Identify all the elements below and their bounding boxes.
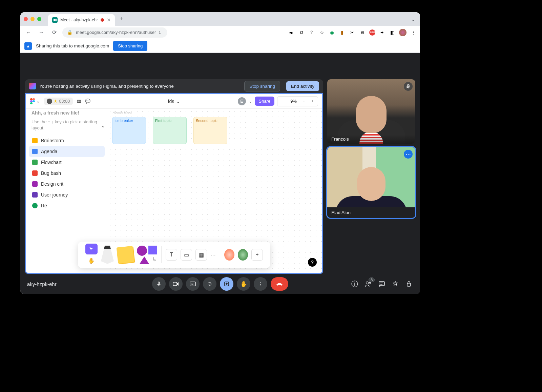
svg-rect-7 — [173, 282, 177, 286]
zoom-value[interactable]: 9% — [288, 99, 299, 104]
reactions-button[interactable]: ☺ — [203, 277, 216, 291]
text-tool[interactable]: T — [166, 249, 177, 261]
stop-sharing-button[interactable]: Stop sharing — [113, 41, 147, 51]
layout-grid-button[interactable]: ▦ — [77, 99, 81, 104]
figma-share-button[interactable]: Share — [255, 97, 275, 106]
host-controls-button[interactable] — [404, 280, 413, 288]
extension-green-icon[interactable]: ◉ — [329, 29, 335, 36]
participant-tiles: Francois ⋯ Elad Alon — [327, 79, 415, 218]
svg-rect-3 — [30, 100, 33, 102]
new-tab-button[interactable]: + — [117, 14, 126, 24]
canvas-label: Agenda layout — [113, 111, 132, 114]
zoom-in-button[interactable]: + — [308, 99, 318, 104]
stamp-2[interactable] — [238, 249, 248, 261]
pencil-tool[interactable] — [101, 246, 114, 264]
close-hint-button[interactable]: ⌃ — [101, 125, 105, 131]
layout-label: User journey — [41, 192, 68, 198]
meeting-details-button[interactable]: ⓘ — [350, 280, 359, 288]
activity-stop-button[interactable]: Stop sharing — [244, 81, 280, 91]
timer-value: 03:00 — [59, 99, 70, 104]
table-tool[interactable]: ▦ — [195, 249, 207, 261]
video-feed — [327, 79, 415, 144]
camera-indicator-icon[interactable]: ▪▸ — [288, 29, 295, 36]
card-first-topic[interactable]: First topic — [153, 117, 187, 144]
browser-tab[interactable]: Meet - aky-hzpk-ehr ✕ — [48, 14, 115, 26]
zoom-out-button[interactable]: − — [277, 99, 288, 104]
forward-button[interactable]: → — [37, 28, 46, 37]
tab-strip: Meet - aky-hzpk-ehr ✕ + ⌄ — [20, 12, 420, 26]
minimize-window-button[interactable] — [30, 17, 35, 21]
card-second-topic[interactable]: Second topic — [193, 117, 227, 144]
layout-designcrit[interactable]: Design crit — [29, 179, 105, 189]
mic-button[interactable] — [152, 277, 166, 291]
extension-display-icon[interactable]: 🖥 — [359, 29, 366, 36]
comment-button[interactable]: 💬 — [85, 99, 90, 104]
tab-overflow-button[interactable]: ⌄ — [411, 16, 415, 22]
chrome-menu-button[interactable]: ⋮ — [410, 29, 417, 36]
chat-button[interactable] — [377, 280, 386, 288]
tab-title: Meet - aky-hzpk-ehr — [60, 18, 98, 22]
activity-end-button[interactable]: End activity — [286, 81, 319, 91]
more-tools-button[interactable]: ⋯ — [210, 252, 216, 258]
figma-toolbar: ✋ ↳ T ▭ ▦ ⋯ — [78, 242, 270, 268]
help-button[interactable]: ? — [308, 258, 317, 267]
triangle-icon — [140, 256, 149, 264]
extensions-button[interactable]: ✦ — [379, 29, 385, 36]
card-icebreaker[interactable]: Ice breaker — [112, 117, 146, 144]
participant-tile-elad[interactable]: ⋯ Elad Alon — [327, 147, 415, 218]
figma-timer[interactable]: ★ 03:00 — [44, 98, 73, 105]
bookmark-icon[interactable]: ☆ — [318, 29, 325, 36]
layout-brainstorm[interactable]: Brainstorm — [29, 135, 105, 146]
hint-body: Use the ↑ ↓ keys to pick a starting layo… — [29, 117, 105, 135]
meet-right-actions: ⓘ 3 — [350, 280, 413, 288]
call-controls: cc ☺ ✋ ⋮ — [152, 277, 288, 291]
close-window-button[interactable] — [24, 17, 28, 21]
present-button[interactable] — [220, 277, 233, 291]
add-tool-button[interactable]: + — [251, 249, 263, 261]
section-tool[interactable]: ▭ — [181, 249, 192, 261]
extension-folder-icon[interactable]: ▮ — [339, 29, 346, 36]
camera-button[interactable] — [169, 277, 183, 291]
chevron-down-icon[interactable]: ⌄ — [299, 99, 308, 103]
sharing-infobar: ▲ Sharing this tab to meet.google.com St… — [20, 39, 420, 53]
layout-agenda[interactable]: Agenda — [29, 146, 105, 157]
doc-title[interactable]: fds — [168, 99, 174, 104]
circle-icon — [137, 246, 147, 256]
more-options-button[interactable]: ⋮ — [254, 277, 267, 291]
activities-button[interactable] — [391, 280, 400, 288]
chevron-down-icon[interactable]: ⌄ — [249, 99, 252, 104]
close-tab-button[interactable]: ✕ — [107, 17, 111, 23]
collaborator-avatar[interactable]: E — [238, 97, 246, 105]
back-button[interactable]: ← — [24, 28, 33, 37]
extension-abp-icon[interactable]: ABP — [369, 29, 375, 36]
sticky-tool[interactable] — [117, 246, 134, 264]
url-input[interactable]: 🔒 meet.google.com/aky-hzpk-ehr?authuser=… — [62, 27, 167, 38]
activity-message: You're hosting an activity using Figma, … — [39, 84, 174, 89]
layout-bugbash[interactable]: Bug bash — [29, 168, 105, 179]
raise-hand-button[interactable]: ✋ — [237, 277, 250, 291]
maximize-window-button[interactable] — [37, 17, 41, 21]
layout-userjourney[interactable]: User journey — [29, 189, 105, 200]
stamp-1[interactable] — [224, 249, 234, 261]
figma-menu-button[interactable]: ⌄ — [30, 98, 40, 104]
chevron-down-icon[interactable]: ⌄ — [176, 99, 180, 104]
shapes-tool[interactable]: ↳ — [137, 246, 157, 264]
people-button[interactable]: 3 — [364, 280, 373, 288]
open-external-icon[interactable]: ⧉ — [298, 29, 305, 36]
reload-button[interactable]: ⟳ — [49, 28, 59, 37]
hangup-button[interactable] — [271, 277, 288, 291]
participant-tile-francois[interactable]: Francois — [327, 79, 415, 144]
hand-tool[interactable]: ✋ — [85, 255, 98, 266]
sidepanel-button[interactable]: ◧ — [389, 29, 396, 36]
tile-more-button[interactable]: ⋯ — [404, 150, 413, 159]
select-tool[interactable] — [85, 244, 98, 254]
captions-button[interactable]: cc — [186, 277, 200, 291]
profile-avatar[interactable] — [399, 29, 406, 36]
layout-label: Brainstorm — [41, 138, 64, 143]
layout-more[interactable]: Re — [29, 200, 105, 211]
layout-flowchart[interactable]: Flowchart — [29, 157, 105, 168]
svg-point-12 — [369, 283, 371, 284]
share-icon[interactable]: ⇪ — [308, 29, 315, 36]
zoom-control: − 9% ⌄ + — [277, 96, 318, 106]
extension-scissors-icon[interactable]: ✂︎ — [349, 29, 356, 36]
